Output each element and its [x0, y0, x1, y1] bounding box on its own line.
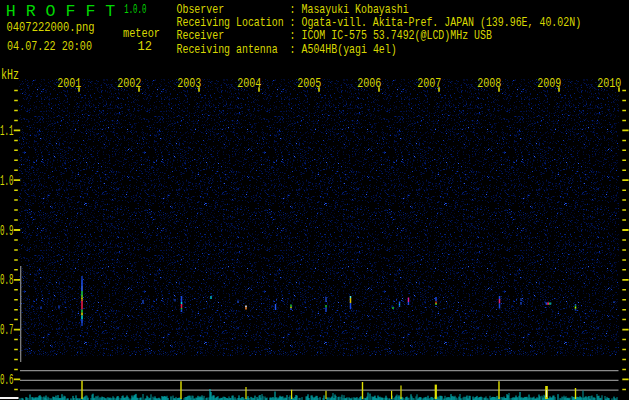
svg-text:2009: 2009	[537, 76, 561, 91]
svg-text:0407222000.png: 0407222000.png	[7, 20, 95, 35]
svg-text:2002: 2002	[117, 76, 141, 91]
svg-text:0.9: 0.9	[0, 223, 13, 239]
svg-text:2008: 2008	[477, 76, 501, 91]
svg-text:2007: 2007	[417, 76, 441, 91]
svg-text:2003: 2003	[177, 76, 201, 91]
svg-text:1.1: 1.1	[0, 123, 13, 139]
svg-text:2005: 2005	[297, 76, 321, 91]
svg-text:1.0.0: 1.0.0	[124, 2, 146, 17]
svg-text:Receiving antenna : A504HB(ya: Receiving antenna : A504HB(yagi 4el)	[177, 42, 397, 57]
svg-text:0.6: 0.6	[0, 372, 13, 388]
svg-text:1.0: 1.0	[0, 173, 13, 189]
svg-text:2010: 2010	[597, 76, 621, 91]
svg-text:H R O F F T: H R O F F T	[6, 2, 116, 21]
svg-text:0.8: 0.8	[0, 272, 13, 288]
svg-text:kHz: kHz	[1, 67, 19, 83]
svg-text:12: 12	[138, 39, 152, 54]
svg-text:04.07.22 20:00: 04.07.22 20:00	[7, 39, 92, 54]
svg-text:2006: 2006	[357, 76, 381, 91]
svg-text:0.7: 0.7	[0, 322, 13, 338]
svg-text:2004: 2004	[237, 76, 261, 91]
svg-text:2001: 2001	[57, 76, 81, 91]
